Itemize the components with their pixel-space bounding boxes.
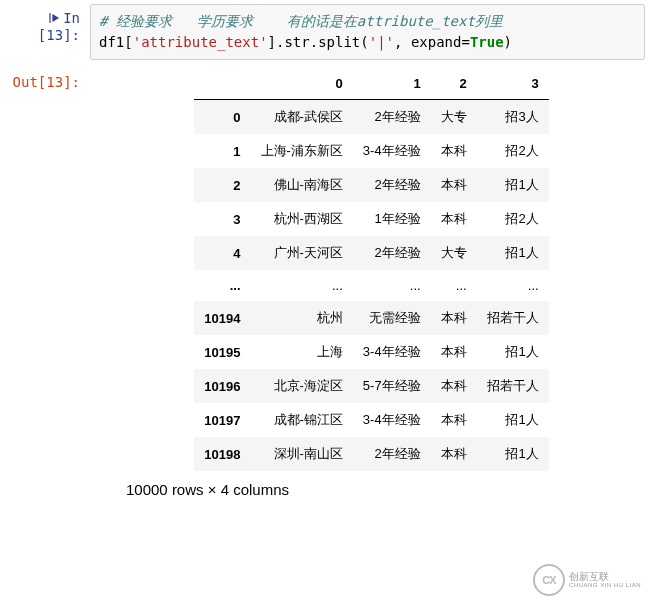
cell: 本科 — [431, 403, 477, 437]
col-header: 0 — [251, 68, 353, 100]
cell: 上海-浦东新区 — [251, 134, 353, 168]
cell: 本科 — [431, 301, 477, 335]
output-area: 0 1 2 3 0成都-武侯区2年经验大专招3人1上海-浦东新区3-4年经验本科… — [90, 68, 653, 506]
cell: 成都-锦江区 — [251, 403, 353, 437]
cell: 3-4年经验 — [353, 134, 431, 168]
row-index: 10196 — [194, 369, 250, 403]
row-index: 0 — [194, 100, 250, 135]
table-row: 3杭州-西湖区1年经验本科招2人 — [194, 202, 548, 236]
cell: 杭州 — [251, 301, 353, 335]
cell: 5-7年经验 — [353, 369, 431, 403]
cell: 深圳-南山区 — [251, 437, 353, 471]
cell: 招2人 — [477, 202, 549, 236]
watermark-line1: 创新互联 — [569, 571, 641, 582]
dataframe-table: 0 1 2 3 0成都-武侯区2年经验大专招3人1上海-浦东新区3-4年经验本科… — [194, 68, 548, 471]
cell: 上海 — [251, 335, 353, 369]
cell: 无需经验 — [353, 301, 431, 335]
code-comment: # 经验要求 学历要求 有的话是在attribute_text列里 — [99, 13, 503, 29]
table-row: 10196北京-海淀区5-7年经验本科招若干人 — [194, 369, 548, 403]
table-summary: 10000 rows × 4 columns — [98, 481, 645, 498]
index-header — [194, 68, 250, 100]
cell: 招若干人 — [477, 369, 549, 403]
table-row: 10198深圳-南山区2年经验本科招1人 — [194, 437, 548, 471]
col-header: 3 — [477, 68, 549, 100]
row-index: 10197 — [194, 403, 250, 437]
cell: 招1人 — [477, 437, 549, 471]
output-prompt: Out[13]: — [0, 68, 90, 90]
cell: ... — [251, 270, 353, 301]
cell: 招3人 — [477, 100, 549, 135]
row-index: 4 — [194, 236, 250, 270]
cell: 2年经验 — [353, 100, 431, 135]
cell: 本科 — [431, 369, 477, 403]
cell: 招1人 — [477, 168, 549, 202]
cell: 佛山-南海区 — [251, 168, 353, 202]
col-header: 2 — [431, 68, 477, 100]
table-row: ............... — [194, 270, 548, 301]
cell: 大专 — [431, 100, 477, 135]
row-index: 10198 — [194, 437, 250, 471]
cell: ... — [431, 270, 477, 301]
cell: 杭州-西湖区 — [251, 202, 353, 236]
table-row: 10197成都-锦江区3-4年经验本科招1人 — [194, 403, 548, 437]
output-cell: Out[13]: 0 1 2 3 0成都-武侯区2年经验大专招3人1上海-浦东新… — [0, 64, 653, 510]
cell: 本科 — [431, 202, 477, 236]
table-row: 1上海-浦东新区3-4年经验本科招2人 — [194, 134, 548, 168]
row-index: 1 — [194, 134, 250, 168]
watermark-logo: CX — [533, 564, 565, 596]
cell: 1年经验 — [353, 202, 431, 236]
cell: 招1人 — [477, 236, 549, 270]
watermark-line2: CHUANG XIN HU LIAN — [569, 582, 641, 589]
run-icon[interactable] — [49, 11, 59, 27]
cell: 本科 — [431, 168, 477, 202]
table-row: 0成都-武侯区2年经验大专招3人 — [194, 100, 548, 135]
cell: 3-4年经验 — [353, 403, 431, 437]
cell: 大专 — [431, 236, 477, 270]
cell: 招2人 — [477, 134, 549, 168]
cell: 本科 — [431, 437, 477, 471]
cell: 3-4年经验 — [353, 335, 431, 369]
cell: 本科 — [431, 134, 477, 168]
cell: 招若干人 — [477, 301, 549, 335]
cell: 2年经验 — [353, 437, 431, 471]
cell: 广州-天河区 — [251, 236, 353, 270]
cell: 招1人 — [477, 403, 549, 437]
cell: 招1人 — [477, 335, 549, 369]
cell: 成都-武侯区 — [251, 100, 353, 135]
table-row: 4广州-天河区2年经验大专招1人 — [194, 236, 548, 270]
row-index: 3 — [194, 202, 250, 236]
row-index: ... — [194, 270, 250, 301]
input-prompt: In [13]: — [0, 4, 90, 43]
cell: 北京-海淀区 — [251, 369, 353, 403]
table-row: 10195上海3-4年经验本科招1人 — [194, 335, 548, 369]
output-prompt-label: Out[13]: — [13, 74, 80, 90]
cell: 2年经验 — [353, 168, 431, 202]
row-index: 10194 — [194, 301, 250, 335]
table-row: 10194杭州无需经验本科招若干人 — [194, 301, 548, 335]
cell: ... — [353, 270, 431, 301]
row-index: 10195 — [194, 335, 250, 369]
col-header: 1 — [353, 68, 431, 100]
input-cell: In [13]: # 经验要求 学历要求 有的话是在attribute_text… — [0, 0, 653, 64]
code-input[interactable]: # 经验要求 学历要求 有的话是在attribute_text列里 df1['a… — [90, 4, 645, 60]
row-index: 2 — [194, 168, 250, 202]
table-header-row: 0 1 2 3 — [194, 68, 548, 100]
table-row: 2佛山-南海区2年经验本科招1人 — [194, 168, 548, 202]
cell: ... — [477, 270, 549, 301]
watermark: CX 创新互联 CHUANG XIN HU LIAN — [533, 564, 641, 596]
cell: 本科 — [431, 335, 477, 369]
cell: 2年经验 — [353, 236, 431, 270]
